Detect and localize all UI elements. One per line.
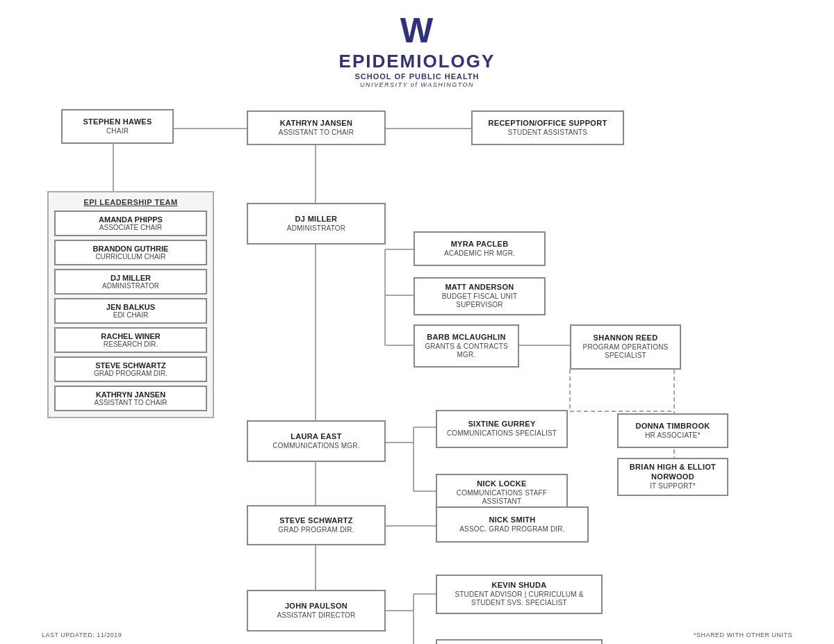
school-subtitle: SCHOOL OF PUBLIC HEALTH bbox=[0, 72, 834, 81]
uw-logo: W bbox=[399, 13, 435, 49]
box-myra-pacleb: MYRA PACLEB ACADEMIC HR MGR. bbox=[414, 231, 546, 266]
leadership-title: EPI LEADERSHIP TEAM bbox=[54, 198, 207, 206]
footer-note: *SHARED WITH OTHER UNITS bbox=[694, 631, 792, 638]
box-brian-high: BRIAN HIGH & ELLIOT NORWOOD IT SUPPORT* bbox=[617, 458, 728, 496]
box-steve-schwartz: STEVE SCHWARTZ GRAD PROGRAM DIR. bbox=[247, 505, 386, 545]
box-julie-nevins: JULIE NEVINS SYSTEMS ANALYST bbox=[436, 639, 603, 644]
box-laura-east: LAURA EAST COMMUNICATIONS MGR. bbox=[247, 420, 386, 462]
box-donna-timbrook: DONNA TIMBROOK HR ASSOCIATE* bbox=[617, 413, 728, 448]
ldr-brandon-guthrie: BRANDON GUTHRIE CURRICULUM CHAIR bbox=[54, 240, 207, 265]
ldr-steve-schwartz: STEVE SCHWARTZ GRAD PROGRAM DIR. bbox=[54, 356, 207, 382]
box-barb-mclaughlin: BARB MCLAUGHLIN GRANTS & CONTRACTS MGR. bbox=[414, 324, 519, 368]
box-dj-miller: DJ MILLER ADMINISTRATOR bbox=[247, 203, 386, 245]
box-kevin-shuda: KEVIN SHUDA STUDENT ADVISOR | CURRICULUM… bbox=[436, 575, 603, 614]
leadership-panel: EPI LEADERSHIP TEAM AMANDA PHIPPS ASSOCI… bbox=[47, 191, 214, 418]
dept-title: EPIDEMIOLOGY bbox=[0, 51, 834, 72]
ldr-rachel-winer: RACHEL WINER RESEARCH DIR. bbox=[54, 327, 207, 353]
box-matt-anderson: MATT ANDERSON BUDGET FISCAL UNIT SUPERVI… bbox=[414, 277, 546, 315]
footer-last-updated: LAST UPDATED: 11/2019 bbox=[42, 631, 122, 638]
ldr-dj-miller: DJ MILLER ADMINISTRATOR bbox=[54, 269, 207, 295]
box-sixtine-gurrey: SIXTINE GURREY COMMUNICATIONS SPECIALIST bbox=[436, 410, 568, 448]
box-nick-smith: NICK SMITH ASSOC. GRAD PROGRAM DIR. bbox=[436, 506, 589, 543]
university-name: UNIVERSITY of WASHINGTON bbox=[0, 81, 834, 88]
svg-text:W: W bbox=[400, 13, 434, 49]
box-shannon-reed: SHANNON REED PROGRAM OPERATIONS SPECIALI… bbox=[570, 324, 681, 370]
box-john-paulson: JOHN PAULSON ASSISTANT DIRECTOR bbox=[247, 590, 386, 631]
ldr-jen-balkus: JEN BALKUS EDI CHAIR bbox=[54, 298, 207, 324]
box-kathryn-jansen-top: KATHRYN JANSEN ASSISTANT TO CHAIR bbox=[247, 110, 386, 145]
page-header: W EPIDEMIOLOGY SCHOOL OF PUBLIC HEALTH U… bbox=[0, 0, 834, 95]
ldr-kathryn-jansen: KATHRYN JANSEN ASSISTANT TO CHAIR bbox=[54, 386, 207, 411]
box-reception: RECEPTION/OFFICE SUPPORT STUDENT ASSISTA… bbox=[471, 110, 624, 145]
ldr-amanda-phipps: AMANDA PHIPPS ASSOCIATE CHAIR bbox=[54, 210, 207, 236]
org-chart: STEPHEN HAWES CHAIR KATHRYN JANSEN ASSIS… bbox=[14, 95, 820, 644]
box-stephen-hawes: STEPHEN HAWES CHAIR bbox=[61, 109, 174, 144]
